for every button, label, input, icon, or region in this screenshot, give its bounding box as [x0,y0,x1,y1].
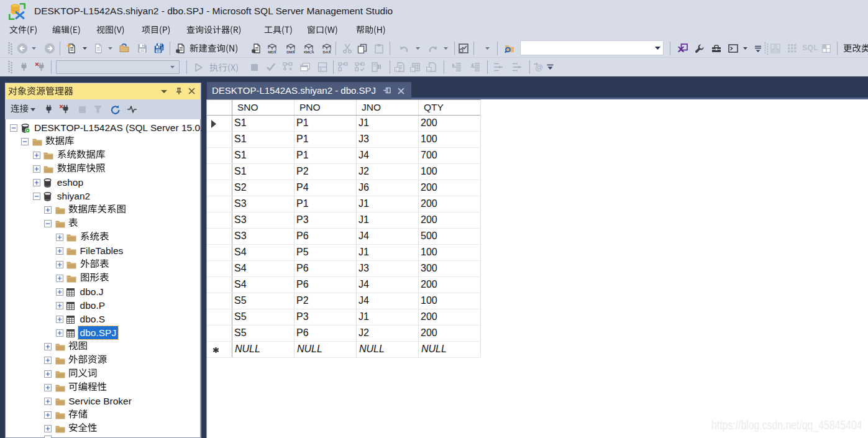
svg-text:01: 01 [411,68,414,71]
svg-text:?: ? [472,63,474,66]
svg-text:01: 01 [395,68,399,71]
svg-text:DMX: DMX [286,49,296,53]
svg-text:MDX: MDX [268,49,277,53]
svg-text:DAX: DAX [322,49,331,53]
svg-text:01: 01 [427,68,431,71]
